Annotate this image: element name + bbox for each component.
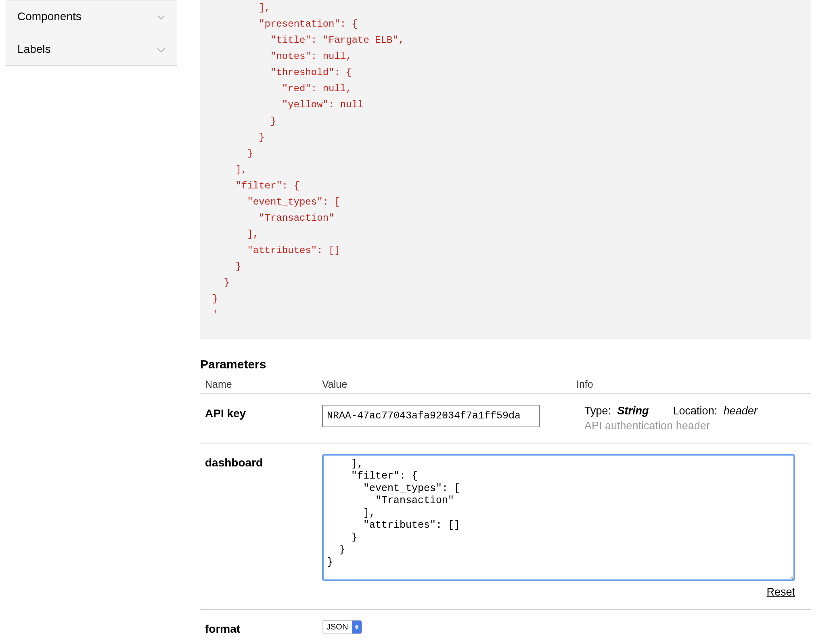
sidebar-item-components[interactable]: Components (6, 0, 177, 33)
info-description: API authentication header (584, 420, 811, 432)
parameters-section: Parameters Name Value Info API key Type:… (200, 358, 811, 644)
select-arrows-icon (352, 620, 362, 634)
main-content: ], "presentation": { "title": "Fargate E… (200, 0, 811, 644)
dashboard-textarea[interactable] (322, 454, 795, 581)
param-name-dashboard: dashboard (205, 454, 322, 469)
parameters-header-row: Name Value Info (200, 378, 811, 394)
reset-link[interactable]: Reset (322, 586, 795, 598)
type-value: String (617, 405, 649, 417)
column-header-info: Info (576, 378, 811, 390)
param-value-api-key (322, 405, 576, 427)
column-header-value: Value (322, 378, 576, 390)
chevron-down-icon (157, 47, 165, 52)
api-key-input[interactable] (322, 405, 540, 427)
param-name-api-key: API key (205, 405, 322, 420)
sidebar-item-label: Components (17, 10, 82, 23)
column-header-name: Name (205, 378, 322, 390)
param-name-format: format (205, 620, 322, 636)
type-label: Type: (584, 405, 611, 417)
param-info-api-key: Type: String Location: header API authen… (576, 405, 811, 432)
param-row-api-key: API key Type: String Location: header AP… (200, 394, 811, 443)
sidebar: Components Labels (6, 0, 177, 66)
parameters-title: Parameters (200, 358, 811, 371)
format-select-value: JSON (322, 622, 352, 631)
format-select[interactable]: JSON (322, 620, 362, 634)
param-value-format: JSON (322, 620, 576, 634)
sidebar-item-labels[interactable]: Labels (6, 33, 177, 66)
sidebar-item-label: Labels (17, 43, 51, 56)
location-label: Location: (673, 405, 718, 417)
chevron-down-icon (157, 14, 165, 19)
param-value-dashboard: Reset (322, 454, 795, 598)
param-row-dashboard: dashboard Reset (200, 443, 811, 610)
code-example-block: ], "presentation": { "title": "Fargate E… (200, 0, 811, 339)
param-row-format: format JSON (200, 610, 811, 644)
location-value: header (724, 405, 758, 417)
